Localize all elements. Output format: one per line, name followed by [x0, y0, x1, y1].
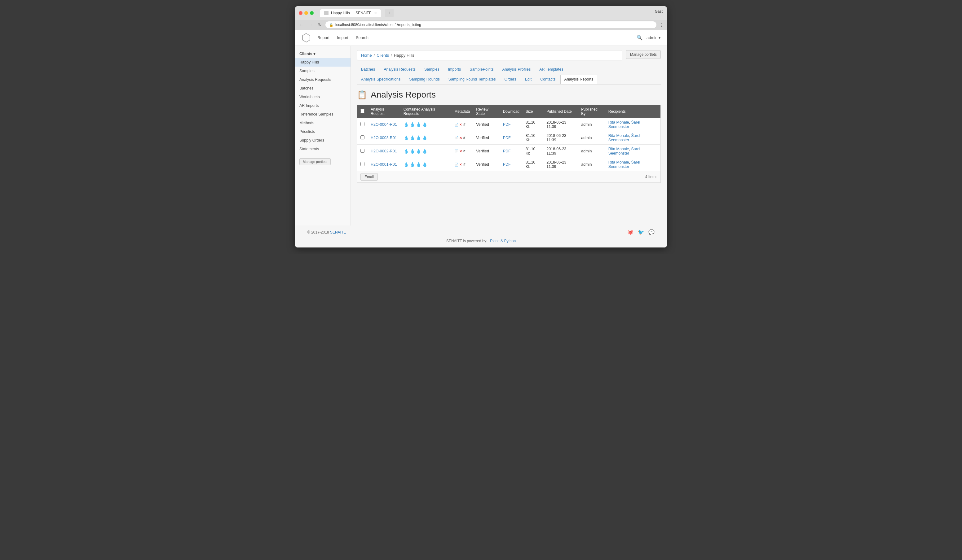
row-checkbox[interactable] [360, 149, 365, 153]
sidebar-item-reference-samples[interactable]: Reference Samples [295, 110, 350, 119]
metadata-delete-icon[interactable]: ✕ [459, 163, 462, 167]
tab-sampling-round-templates[interactable]: Sampling Round Templates [444, 75, 500, 84]
row-recipient-1[interactable]: Rita Mohale [609, 147, 629, 151]
tab-analysis-reports[interactable]: Analysis Reports [560, 75, 597, 84]
metadata-refresh-icon[interactable]: ↺ [463, 163, 465, 167]
browser-menu-button[interactable]: ⋮ [659, 22, 664, 28]
sidebar-item-worksheets[interactable]: Worksheets [295, 93, 350, 101]
breadcrumb-sep-2: / [391, 53, 392, 58]
row-download-link[interactable]: PDF [503, 162, 511, 167]
metadata-doc-icon[interactable]: 📄 [454, 136, 459, 140]
address-field[interactable]: 🔒 localhost:8080/senaite/clients/client-… [325, 21, 657, 28]
search-icon[interactable]: 🔍 [637, 35, 643, 40]
minimize-button[interactable] [304, 11, 308, 15]
plone-python-link[interactable]: Plone & Python [490, 239, 516, 243]
tab-edit[interactable]: Edit [521, 75, 536, 84]
nav-search[interactable]: Search [356, 34, 368, 41]
select-all-checkbox[interactable] [360, 109, 365, 113]
tab-analysis-specifications[interactable]: Analysis Specifications [357, 75, 404, 84]
row-size: 81.10 Kb [523, 118, 543, 131]
metadata-refresh-icon[interactable]: ↺ [463, 149, 465, 153]
col-analysis-request: Analysis Request [368, 105, 400, 118]
row-checkbox[interactable] [360, 162, 365, 166]
metadata-delete-icon[interactable]: ✕ [459, 149, 462, 153]
row-checkbox[interactable] [360, 122, 365, 126]
tab-sampling-rounds[interactable]: Sampling Rounds [405, 75, 444, 84]
tab-samples[interactable]: Samples [420, 65, 444, 74]
row-checkbox[interactable] [360, 135, 365, 139]
row-recipients: Rita Mohale, Šarel Seemonster [605, 131, 661, 145]
row-recipient-1[interactable]: Rita Mohale [609, 160, 629, 164]
row-id-link[interactable]: H2O-0001-R01 [371, 162, 397, 167]
tab-analysis-requests[interactable]: Analysis Requests [380, 65, 420, 74]
github-icon[interactable]: 🐙 [627, 229, 633, 235]
sidebar-section-title[interactable]: Clients ▾ [295, 50, 350, 58]
drop-3: 💧 [416, 149, 421, 154]
row-id-link[interactable]: H2O-0003-R01 [371, 136, 397, 140]
tab-batches[interactable]: Batches [357, 65, 379, 74]
metadata-delete-icon[interactable]: ✕ [459, 123, 462, 127]
row-id-link[interactable]: H2O-0004-R01 [371, 122, 397, 127]
row-recipient-1[interactable]: Rita Mohale [609, 120, 629, 124]
chat-icon[interactable]: 💬 [648, 229, 655, 235]
col-checkbox[interactable] [357, 105, 368, 118]
browser-tab[interactable]: Happy Hills — SENAITE ✕ [320, 9, 381, 17]
row-download-link[interactable]: PDF [503, 136, 511, 140]
nav-report[interactable]: Report [317, 34, 329, 41]
manage-portlets-sidebar-button[interactable]: Manage portlets [299, 158, 331, 165]
metadata-doc-icon[interactable]: 📄 [454, 149, 459, 153]
col-metadata: Metadata [451, 105, 473, 118]
email-button[interactable]: Email [360, 173, 378, 180]
reload-button[interactable]: ↻ [317, 22, 323, 28]
forward-button[interactable]: → [307, 22, 314, 28]
col-published-date: Published Date [543, 105, 578, 118]
tab-samplepoints[interactable]: SamplePoints [465, 65, 497, 74]
maximize-button[interactable] [310, 11, 314, 15]
row-id-link[interactable]: H2O-0002-R01 [371, 149, 397, 153]
tab-orders[interactable]: Orders [500, 75, 520, 84]
row-checkbox-cell[interactable] [357, 145, 368, 158]
sidebar-item-statements[interactable]: Statements [295, 145, 350, 153]
sidebar-item-samples[interactable]: Samples [295, 67, 350, 75]
row-size: 81.10 Kb [523, 158, 543, 171]
tab-contacts[interactable]: Contacts [536, 75, 559, 84]
new-tab-button[interactable]: + [385, 9, 394, 17]
row-metadata: 📄 ✕ ↺ [451, 145, 473, 158]
sidebar-item-ar-imports[interactable]: AR Imports [295, 101, 350, 110]
metadata-refresh-icon[interactable]: ↺ [463, 123, 465, 127]
row-download-link[interactable]: PDF [503, 149, 511, 153]
tab-ar-templates[interactable]: AR Templates [535, 65, 568, 74]
row-checkbox-cell[interactable] [357, 131, 368, 145]
sidebar-item-batches[interactable]: Batches [295, 84, 350, 93]
metadata-delete-icon[interactable]: ✕ [459, 136, 462, 140]
app-logo[interactable] [301, 33, 311, 43]
breadcrumb-clients[interactable]: Clients [376, 53, 389, 58]
sidebar-item-happy-hills[interactable]: Happy Hills [295, 58, 350, 67]
sidebar-item-pricelists[interactable]: Pricelists [295, 127, 350, 136]
sidebar-item-analysis-requests[interactable]: Analysis Requests [295, 75, 350, 84]
close-button[interactable] [299, 11, 302, 15]
tab-analysis-profiles[interactable]: Analysis Profiles [498, 65, 534, 74]
row-download: PDF [500, 158, 523, 171]
sidebar-item-supply-orders[interactable]: Supply Orders [295, 136, 350, 145]
admin-menu[interactable]: admin ▾ [647, 35, 661, 40]
row-download-link[interactable]: PDF [503, 122, 511, 127]
nav-import[interactable]: Import [337, 34, 349, 41]
metadata-refresh-icon[interactable]: ↺ [463, 136, 465, 140]
metadata-doc-icon[interactable]: 📄 [454, 123, 459, 127]
page-title: Analysis Reports [371, 90, 436, 100]
sidebar-item-methods[interactable]: Methods [295, 119, 350, 127]
breadcrumb-home[interactable]: Home [361, 53, 372, 58]
col-contained: Contained Analysis Requests [400, 105, 452, 118]
row-checkbox-cell[interactable] [357, 118, 368, 131]
back-button[interactable]: ← [298, 22, 305, 28]
manage-portlets-sidebar: Manage portlets [299, 158, 346, 165]
manage-portlets-top-button[interactable]: Manage portlets [626, 50, 661, 59]
row-recipient-1[interactable]: Rita Mohale [609, 134, 629, 138]
twitter-icon[interactable]: 🐦 [638, 229, 644, 235]
senaite-link[interactable]: SENAITE [330, 230, 346, 235]
row-checkbox-cell[interactable] [357, 158, 368, 171]
tab-imports[interactable]: Imports [444, 65, 465, 74]
metadata-doc-icon[interactable]: 📄 [454, 163, 459, 167]
tab-close-icon[interactable]: ✕ [374, 11, 377, 15]
